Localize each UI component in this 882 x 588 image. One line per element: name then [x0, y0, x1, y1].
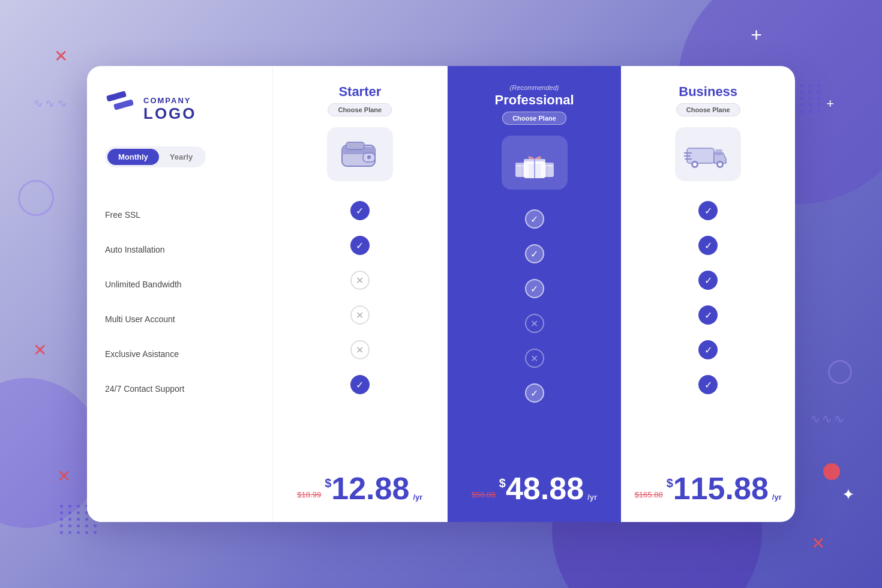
business-check-3: ✓ [698, 298, 718, 332]
svg-point-7 [367, 155, 371, 159]
business-choose-btn[interactable]: Choose Plane [676, 103, 740, 116]
business-price-main: $ 115.88 [667, 473, 769, 504]
business-check-5: ✓ [698, 367, 718, 402]
pro-check-icon-0: ✓ [525, 209, 544, 229]
logo-area: COMPANY LOGO [105, 90, 254, 128]
company-label: COMPANY [143, 97, 197, 105]
business-check-icon-4: ✓ [698, 340, 718, 359]
business-per-yr: /yr [772, 493, 782, 502]
business-icon-wrap [675, 127, 741, 181]
pro-check-icon-4: ✕ [525, 349, 544, 368]
starter-check-4: ✕ [350, 332, 370, 367]
svg-point-21 [693, 163, 697, 166]
decor-asterisk-1: ✦ [842, 485, 855, 504]
svg-rect-19 [715, 149, 722, 155]
professional-check-5: ✓ [525, 376, 544, 410]
business-plan-name: Business [679, 84, 737, 100]
professional-plan-name: Professional [494, 92, 574, 108]
professional-per-yr: /yr [587, 493, 597, 502]
business-price-section: $165.88 $ 115.88 /yr [635, 473, 782, 504]
logo-text: COMPANY LOGO [143, 97, 197, 122]
professional-choose-btn[interactable]: Choose Plane [502, 112, 566, 125]
monthly-toggle-btn[interactable]: Monthly [107, 149, 159, 165]
logo-icon [105, 90, 137, 128]
decor-x-2: ✕ [33, 342, 47, 359]
pro-check-icon-3: ✕ [525, 314, 544, 333]
svg-point-23 [718, 163, 722, 166]
starter-price-original: $18.99 [297, 490, 321, 499]
starter-check-5: ✓ [350, 367, 370, 402]
decor-plus-2: + [826, 96, 834, 112]
starter-check-3: ✕ [350, 298, 370, 332]
feature-unlimited-bandwidth: Unlimited Bandwidth [105, 267, 254, 302]
business-check-list: ✓ ✓ ✓ ✓ ✓ ✓ [633, 193, 783, 461]
starter-check-1: ✓ [350, 228, 370, 263]
professional-check-3: ✕ [525, 306, 544, 341]
starter-check-icon-0: ✓ [350, 201, 370, 220]
yearly-toggle-btn[interactable]: Yearly [159, 149, 203, 165]
svg-rect-18 [687, 148, 714, 163]
business-check-icon-2: ✓ [698, 271, 718, 290]
professional-icon-wrap [502, 136, 568, 190]
decor-circle-1 [18, 180, 54, 216]
professional-check-1: ✓ [525, 236, 544, 271]
professional-price-section: $58.88 $ 48.88 /yr [472, 473, 597, 504]
starter-check-2: ✕ [350, 263, 370, 298]
business-price-original: $165.88 [635, 490, 663, 499]
professional-price-amount: 48.88 [506, 473, 584, 504]
decor-circle-red [823, 463, 840, 480]
business-check-icon-0: ✓ [698, 201, 718, 220]
professional-check-2: ✓ [525, 271, 544, 306]
business-plan-column: Business Choose Plane ✓ ✓ ✓ ✓ ✓ [621, 66, 795, 522]
professional-price-main: $ 48.88 [499, 473, 584, 504]
pro-check-icon-5: ✓ [525, 383, 544, 403]
business-price-dollar: $ [667, 476, 673, 490]
starter-check-icon-4: ✕ [350, 340, 370, 359]
left-panel: COMPANY LOGO Monthly Yearly Free SSL Aut… [87, 66, 273, 522]
decor-wave-2: ∿∿∿ [810, 412, 846, 426]
starter-price-main: $ 12.88 [325, 473, 409, 504]
billing-toggle: Monthly Yearly [105, 146, 206, 167]
starter-check-icon-3: ✕ [350, 305, 370, 325]
starter-check-0: ✓ [350, 193, 370, 228]
starter-check-icon-2: ✕ [350, 271, 370, 290]
pro-check-icon-1: ✓ [525, 244, 544, 263]
business-check-1: ✓ [698, 228, 718, 263]
professional-check-0: ✓ [525, 202, 544, 236]
feature-auto-install: Auto Installation [105, 232, 254, 267]
decor-x-4: ✕ [811, 535, 825, 552]
business-check-icon-3: ✓ [698, 305, 718, 325]
professional-plan-column: (Recommended) Professional Choose Plane [448, 66, 622, 522]
professional-check-list: ✓ ✓ ✓ ✕ ✕ ✓ [460, 202, 610, 461]
recommended-label: (Recommended) [510, 84, 559, 91]
feature-247-support: 24/7 Contact Support [105, 371, 254, 406]
starter-price-amount: 12.88 [331, 473, 409, 504]
decor-x-3: ✕ [57, 468, 71, 485]
starter-choose-btn[interactable]: Choose Plane [328, 103, 392, 116]
business-check-icon-5: ✓ [698, 375, 718, 394]
features-list: Free SSL Auto Installation Unlimited Ban… [105, 197, 254, 498]
decor-circle-2 [828, 360, 852, 384]
svg-rect-3 [122, 99, 134, 107]
pro-check-icon-2: ✓ [525, 279, 544, 298]
business-check-2: ✓ [698, 263, 718, 298]
svg-rect-8 [346, 142, 364, 149]
svg-rect-1 [115, 91, 127, 99]
business-check-0: ✓ [698, 193, 718, 228]
starter-check-icon-1: ✓ [350, 236, 370, 255]
starter-check-icon-5: ✓ [350, 375, 370, 394]
business-price-amount: 115.88 [673, 473, 769, 504]
starter-plan-column: Starter Choose Plane ✓ ✓ ✕ ✕ ✕ ✓ $18.99 [273, 66, 448, 522]
professional-price-dollar: $ [499, 476, 506, 490]
business-check-icon-1: ✓ [698, 236, 718, 255]
business-check-4: ✓ [698, 332, 718, 367]
logo-word: LOGO [143, 105, 197, 122]
starter-per-yr: /yr [413, 493, 422, 502]
decor-x-1: ✕ [54, 48, 68, 65]
starter-plan-name: Starter [338, 84, 381, 100]
feature-multi-user: Multi User Account [105, 302, 254, 337]
decor-wave-1: ∿∿∿ [33, 96, 69, 110]
professional-check-4: ✕ [525, 341, 544, 376]
starter-icon-wrap [327, 127, 393, 181]
professional-price-original: $58.88 [472, 490, 496, 499]
